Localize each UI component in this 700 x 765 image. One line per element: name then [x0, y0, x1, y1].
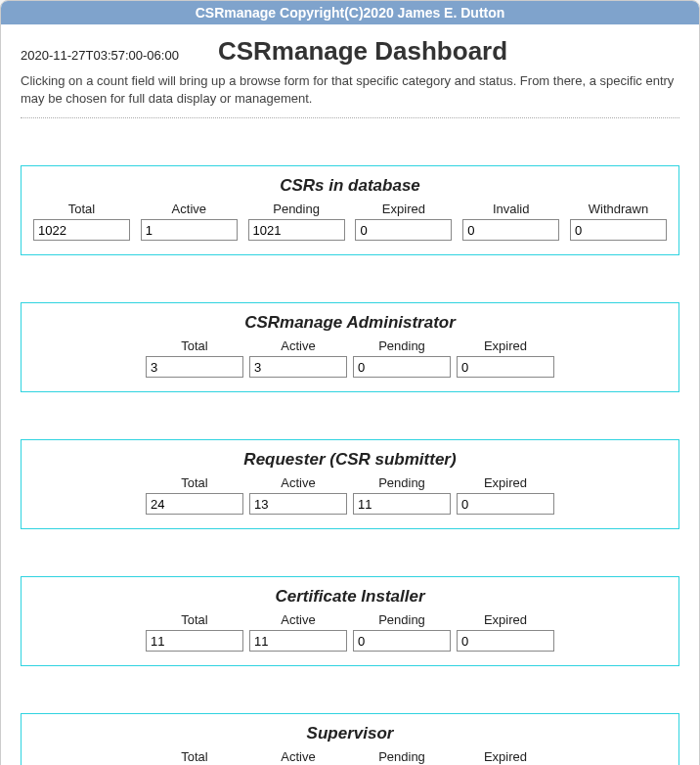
count-installer-total[interactable]	[146, 630, 243, 652]
label-installer-expired: Expired	[484, 612, 527, 627]
count-csrs-withdrawn[interactable]	[570, 219, 667, 241]
label-csrs-active: Active	[172, 202, 206, 216]
panel-installer-title: Certificate Installer	[29, 587, 671, 607]
count-csrs-expired[interactable]	[355, 219, 452, 241]
col-installer-pending: Pending	[353, 612, 451, 652]
page-title: CSRmanage Dashboard	[218, 36, 679, 67]
col-admin-total: Total	[146, 338, 243, 378]
count-admin-pending[interactable]	[353, 356, 451, 378]
label-csrs-withdrawn: Withdrawn	[589, 202, 648, 216]
col-csrs-active: Active	[141, 202, 238, 241]
col-supervisor-total: Total	[146, 749, 243, 765]
count-csrs-invalid[interactable]	[462, 219, 559, 241]
col-csrs-withdrawn: Withdrawn	[570, 202, 667, 241]
col-requester-active: Active	[249, 475, 347, 515]
label-supervisor-total: Total	[181, 749, 207, 764]
page-description: Clicking on a count field will bring up …	[21, 72, 679, 108]
timestamp: 2020-11-27T03:57:00-06:00	[21, 48, 179, 63]
col-csrs-expired: Expired	[355, 202, 452, 241]
panel-supervisor-columns: Total Active Pending Expired	[29, 749, 671, 765]
count-installer-pending[interactable]	[353, 630, 451, 652]
panel-admin-columns: Total Active Pending Expired	[29, 338, 671, 378]
col-csrs-total: Total	[33, 202, 130, 241]
col-csrs-invalid: Invalid	[462, 202, 559, 241]
count-requester-pending[interactable]	[353, 493, 451, 515]
col-requester-pending: Pending	[353, 475, 451, 515]
col-admin-active: Active	[249, 338, 347, 378]
label-installer-pending: Pending	[378, 612, 425, 627]
col-installer-active: Active	[249, 612, 347, 652]
panel-requester-columns: Total Active Pending Expired	[29, 475, 671, 515]
panel-admin: CSRmanage Administrator Total Active Pen…	[21, 302, 679, 392]
label-csrs-total: Total	[68, 202, 95, 216]
label-csrs-expired: Expired	[382, 202, 425, 216]
panel-requester-title: Requester (CSR submitter)	[29, 450, 671, 470]
col-supervisor-pending: Pending	[353, 749, 451, 765]
count-admin-active[interactable]	[249, 356, 347, 378]
count-requester-active[interactable]	[249, 493, 347, 515]
count-csrs-pending[interactable]	[248, 219, 345, 241]
panel-installer: Certificate Installer Total Active Pendi…	[21, 576, 679, 666]
label-admin-active: Active	[281, 338, 315, 353]
panel-admin-title: CSRmanage Administrator	[29, 313, 671, 333]
panel-requester: Requester (CSR submitter) Total Active P…	[21, 439, 679, 529]
label-requester-expired: Expired	[484, 475, 527, 490]
col-supervisor-active: Active	[249, 749, 347, 765]
label-csrs-pending: Pending	[273, 202, 320, 216]
col-requester-expired: Expired	[457, 475, 554, 515]
label-csrs-invalid: Invalid	[493, 202, 530, 216]
label-installer-total: Total	[181, 612, 207, 627]
label-admin-pending: Pending	[378, 338, 425, 353]
label-supervisor-active: Active	[281, 749, 315, 764]
count-csrs-total[interactable]	[33, 219, 130, 241]
panel-csrs-columns: Total Active Pending Expired Invalid	[29, 202, 671, 241]
count-requester-expired[interactable]	[457, 493, 554, 515]
col-requester-total: Total	[146, 475, 243, 515]
count-csrs-active[interactable]	[141, 219, 238, 241]
label-requester-total: Total	[181, 475, 207, 490]
panel-csrs-title: CSRs in database	[29, 176, 671, 196]
count-admin-expired[interactable]	[457, 356, 554, 378]
col-csrs-pending: Pending	[248, 202, 345, 241]
panel-supervisor: Supervisor Total Active Pending Expired	[21, 713, 679, 765]
label-installer-active: Active	[281, 612, 315, 627]
divider	[21, 117, 679, 118]
titlebar: CSRmanage Copyright(C)2020 James E. Dutt…	[1, 1, 699, 24]
count-installer-active[interactable]	[249, 630, 347, 652]
count-requester-total[interactable]	[146, 493, 243, 515]
header-row: 2020-11-27T03:57:00-06:00 CSRmanage Dash…	[21, 36, 679, 67]
col-supervisor-expired: Expired	[457, 749, 554, 765]
label-requester-active: Active	[281, 475, 315, 490]
count-installer-expired[interactable]	[457, 630, 554, 652]
col-installer-expired: Expired	[457, 612, 554, 652]
col-installer-total: Total	[146, 612, 243, 652]
label-supervisor-pending: Pending	[378, 749, 425, 764]
label-admin-expired: Expired	[484, 338, 527, 353]
label-admin-total: Total	[181, 338, 207, 353]
label-requester-pending: Pending	[378, 475, 425, 490]
col-admin-expired: Expired	[457, 338, 554, 378]
label-supervisor-expired: Expired	[484, 749, 527, 764]
panel-supervisor-title: Supervisor	[29, 724, 671, 743]
panel-installer-columns: Total Active Pending Expired	[29, 612, 671, 652]
app-window: CSRmanage Copyright(C)2020 James E. Dutt…	[0, 0, 700, 765]
col-admin-pending: Pending	[353, 338, 451, 378]
content-area: 2020-11-27T03:57:00-06:00 CSRmanage Dash…	[1, 24, 699, 765]
panel-csrs: CSRs in database Total Active Pending Ex…	[21, 165, 679, 255]
count-admin-total[interactable]	[146, 356, 243, 378]
